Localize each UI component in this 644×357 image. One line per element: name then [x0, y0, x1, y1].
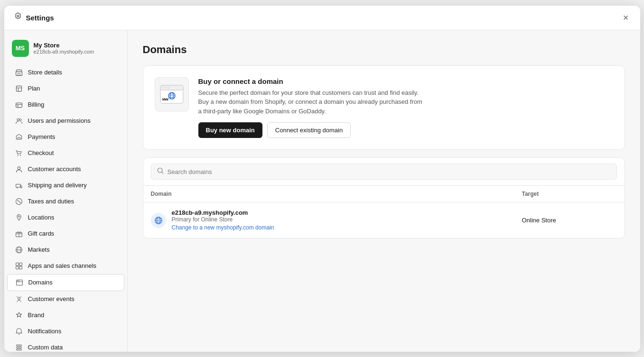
svg-rect-3 — [16, 86, 21, 91]
sidebar-item-label-store-details: Store details — [28, 69, 117, 76]
svg-rect-2 — [18, 73, 20, 75]
sidebar-item-label-billing: Billing — [28, 101, 117, 108]
sidebar-item-plan[interactable]: Plan — [7, 81, 124, 97]
domain-row-text: e218cb-a9.myshopify.com Primary for Onli… — [172, 209, 274, 231]
svg-rect-27 — [19, 263, 22, 265]
sidebar-item-label-apps-sales-channels: Apps and sales channels — [28, 262, 117, 269]
sidebar-item-label-custom-data: Custom data — [28, 344, 117, 351]
domain-sub: Primary for Online Store — [172, 216, 274, 223]
svg-point-45 — [162, 87, 164, 89]
custom-data-icon — [15, 343, 23, 352]
sidebar-item-label-notifications: Notifications — [28, 328, 117, 335]
sidebar-item-label-gift-cards: Gift cards — [28, 230, 117, 237]
domains-table: Domain Target e218cb-a9.myshopify.com Pr… — [143, 157, 625, 238]
sidebar-item-users-permissions[interactable]: Users and permissions — [7, 113, 124, 129]
svg-point-20 — [19, 202, 20, 203]
store-text: My Store e218cb-a9.myshopify.com — [34, 42, 94, 55]
domains-icon — [15, 278, 24, 287]
sidebar-item-label-markets: Markets — [28, 246, 117, 253]
svg-rect-6 — [16, 103, 22, 108]
table-rows: e218cb-a9.myshopify.com Primary for Onli… — [143, 202, 625, 238]
svg-text:WWW: WWW — [162, 98, 168, 101]
shipping-icon — [15, 181, 23, 190]
gear-icon — [14, 12, 22, 23]
svg-rect-32 — [17, 280, 18, 281]
sidebar-item-label-checkout: Checkout — [28, 149, 117, 156]
domain-globe-icon — [151, 213, 166, 228]
svg-rect-1 — [16, 72, 22, 75]
plan-icon — [15, 84, 23, 93]
sidebar-item-custom-data[interactable]: Custom data — [7, 339, 124, 352]
sidebar-item-brand[interactable]: Brand — [7, 307, 124, 323]
sidebar-item-checkout[interactable]: Checkout — [7, 145, 124, 161]
svg-rect-14 — [16, 184, 20, 187]
sidebar-item-label-payments: Payments — [28, 133, 117, 140]
sidebar-item-taxes-duties[interactable]: Taxes and duties — [7, 193, 124, 210]
sidebar-item-domains[interactable]: Domains — [7, 274, 124, 291]
svg-point-11 — [17, 155, 18, 156]
store-icon — [15, 68, 23, 77]
locations-icon — [15, 213, 23, 222]
sidebar-item-payments[interactable]: Payments — [7, 129, 124, 145]
svg-rect-8 — [17, 105, 19, 106]
sidebar-nav: Store detailsPlanBillingUsers and permis… — [4, 64, 127, 352]
svg-rect-33 — [19, 280, 19, 281]
notifications-icon — [15, 327, 23, 336]
search-input-wrap[interactable] — [151, 164, 617, 180]
taxes-icon — [15, 197, 23, 206]
payments-icon — [15, 133, 23, 141]
svg-point-12 — [20, 155, 21, 156]
sidebar-item-customer-events[interactable]: Customer events — [7, 291, 124, 307]
svg-rect-36 — [16, 347, 21, 348]
sidebar-item-store-details[interactable]: Store details — [7, 64, 124, 81]
modal-header: Settings × — [4, 6, 640, 30]
apps-icon — [15, 262, 23, 270]
svg-point-13 — [18, 166, 20, 169]
svg-point-9 — [17, 119, 19, 121]
svg-point-19 — [17, 200, 18, 201]
domain-name: e218cb-a9.myshopify.com — [172, 209, 274, 216]
store-name: My Store — [34, 42, 94, 49]
svg-rect-28 — [16, 266, 19, 269]
gift-cards-icon — [15, 229, 23, 238]
close-button[interactable]: × — [621, 11, 631, 24]
www-icon-wrap: WWW — [155, 77, 189, 111]
sidebar-item-label-taxes-duties: Taxes and duties — [28, 198, 117, 205]
domain-promo-card: WWW Buy or connect a domain Secure the p… — [143, 65, 625, 150]
connect-domain-button[interactable]: Connect existing domain — [267, 122, 351, 138]
svg-point-34 — [18, 297, 20, 300]
sidebar-item-markets[interactable]: Markets — [7, 242, 124, 258]
svg-rect-26 — [16, 263, 19, 265]
table-row: e218cb-a9.myshopify.com Primary for Onli… — [143, 202, 625, 238]
sidebar-item-label-users-permissions: Users and permissions — [28, 117, 117, 124]
col-domain-header: Domain — [151, 191, 522, 197]
search-wrap — [143, 158, 625, 186]
sidebar-item-customer-accounts[interactable]: Customer accounts — [7, 161, 124, 177]
svg-point-47 — [168, 87, 170, 89]
svg-point-21 — [18, 216, 19, 217]
checkout-icon — [15, 149, 23, 157]
domain-card-content: Buy or connect a domain Secure the perfe… — [198, 77, 426, 138]
domain-card-title: Buy or connect a domain — [198, 77, 426, 85]
sidebar-item-label-plan: Plan — [28, 85, 117, 92]
sidebar-item-label-customer-events: Customer events — [28, 295, 117, 302]
domain-change-link[interactable]: Change to a new myshopify.com domain — [172, 224, 274, 231]
sidebar-item-shipping-delivery[interactable]: Shipping and delivery — [7, 177, 124, 193]
buy-domain-button[interactable]: Buy new domain — [198, 122, 262, 138]
svg-point-46 — [165, 87, 167, 89]
domain-card-actions: Buy new domain Connect existing domain — [198, 122, 426, 138]
modal-body: MS My Store e218cb-a9.myshopify.com Stor… — [4, 30, 640, 352]
sidebar-item-label-brand: Brand — [28, 311, 117, 319]
store-info: MS My Store e218cb-a9.myshopify.com — [4, 36, 127, 64]
sidebar-item-notifications[interactable]: Notifications — [7, 323, 124, 339]
sidebar-item-apps-sales-channels[interactable]: Apps and sales channels — [7, 258, 124, 274]
brand-icon — [15, 311, 23, 320]
modal-title: Settings — [26, 14, 54, 22]
svg-point-10 — [19, 119, 21, 120]
sidebar-item-gift-cards[interactable]: Gift cards — [7, 226, 124, 242]
svg-rect-29 — [19, 266, 22, 269]
sidebar-item-locations[interactable]: Locations — [7, 210, 124, 226]
sidebar-item-billing[interactable]: Billing — [7, 97, 124, 113]
search-input[interactable] — [168, 168, 611, 175]
search-icon — [157, 167, 164, 176]
